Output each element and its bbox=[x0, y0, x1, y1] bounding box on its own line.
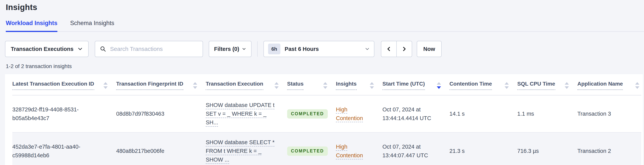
insights-table-card: Latest Transaction Execution ID Transact… bbox=[5, 74, 643, 165]
results-summary: 1-2 of 2 transaction insights bbox=[6, 63, 72, 69]
column-header-sql-cpu-time[interactable]: SQL CPU Time bbox=[517, 81, 555, 90]
sort-toggle[interactable] bbox=[370, 82, 374, 89]
execution-id-cell: 328729d2-ff19-4408-8531-b05a5b4e43c7 bbox=[12, 95, 116, 132]
column-header-transaction-fingerprint-id[interactable]: Transaction Fingerprint ID bbox=[116, 81, 183, 90]
chevron-down-icon bbox=[365, 47, 370, 52]
chevron-down-icon bbox=[78, 46, 83, 52]
time-range-label: Past 6 Hours bbox=[285, 46, 360, 52]
toolbar: Transaction Executions Filters (0) 6h Pa… bbox=[5, 41, 442, 57]
insights-page: Insights Workload Insights Schema Insigh… bbox=[0, 0, 644, 165]
sort-toggle[interactable] bbox=[104, 82, 108, 89]
sort-toggle[interactable] bbox=[274, 82, 279, 89]
application-name-cell: Transaction 3 bbox=[577, 95, 641, 132]
insight-high-contention-link[interactable]: High Contention bbox=[336, 105, 368, 123]
tab-schema-insights[interactable]: Schema Insights bbox=[70, 20, 114, 31]
column-header-latest-transaction-execution-id[interactable]: Latest Transaction Execution ID bbox=[12, 81, 94, 90]
time-range-shortcut-badge: 6h bbox=[268, 44, 280, 54]
column-header-transaction-execution[interactable]: Transaction Execution bbox=[206, 81, 263, 90]
time-range-arrows bbox=[381, 41, 412, 57]
sort-toggle[interactable] bbox=[504, 82, 509, 89]
execution-type-dropdown[interactable]: Transaction Executions bbox=[5, 41, 88, 57]
sort-toggle[interactable] bbox=[635, 82, 640, 89]
insight-high-contention-link[interactable]: High Contention bbox=[336, 142, 368, 160]
search-box[interactable] bbox=[95, 41, 203, 57]
contention-time-cell: 21.3 s bbox=[450, 132, 517, 165]
sort-toggle[interactable] bbox=[565, 82, 569, 89]
page-title: Insights bbox=[6, 3, 37, 12]
time-range-picker[interactable]: 6h Past 6 Hours bbox=[264, 41, 374, 57]
search-icon bbox=[100, 46, 106, 52]
column-header-start-time[interactable]: Start Time (UTC) bbox=[382, 81, 425, 90]
sql-cpu-time-cell: 1.1 ms bbox=[517, 95, 577, 132]
sql-cpu-time-cell: 716.3 µs bbox=[517, 132, 577, 165]
table-header-row: Latest Transaction Execution ID Transact… bbox=[12, 74, 641, 95]
status-badge: COMPLETED bbox=[287, 109, 328, 118]
transaction-execution-link[interactable]: SHOW database UPDATE t SET v = _ WHERE k… bbox=[206, 101, 275, 127]
column-header-status[interactable]: Status bbox=[287, 81, 304, 90]
start-time-cell: Oct 07, 2024 at 13:44:14.4414 UTC bbox=[382, 105, 441, 123]
status-badge: COMPLETED bbox=[287, 146, 328, 156]
table-row: 328729d2-ff19-4408-8531-b05a5b4e43c7 08d… bbox=[12, 95, 641, 132]
fingerprint-id-cell: 08d8b7d97f830463 bbox=[116, 95, 206, 132]
application-name-cell: Transaction 2 bbox=[577, 132, 641, 165]
tab-workload-insights[interactable]: Workload Insights bbox=[6, 20, 58, 32]
insights-table: Latest Transaction Execution ID Transact… bbox=[12, 74, 641, 165]
filters-button[interactable]: Filters (0) bbox=[209, 41, 252, 57]
contention-time-cell: 14.1 s bbox=[450, 95, 517, 132]
fingerprint-id-cell: 480a8b217be006fe bbox=[116, 132, 206, 165]
search-input[interactable] bbox=[110, 46, 198, 52]
column-header-insights[interactable]: Insights bbox=[336, 81, 356, 90]
sort-desc-active-icon bbox=[437, 86, 441, 89]
execution-id-cell: 452da3e7-e7fa-4801-aa40-c59988d14eb6 bbox=[12, 132, 116, 165]
column-header-contention-time[interactable]: Contention Time bbox=[450, 81, 492, 90]
toolbar-divider bbox=[257, 41, 258, 57]
sort-toggle[interactable] bbox=[323, 82, 328, 89]
table-row: 452da3e7-e7fa-4801-aa40-c59988d14eb6 480… bbox=[12, 132, 641, 165]
sort-toggle-active[interactable] bbox=[437, 82, 441, 89]
chevron-left-icon bbox=[386, 46, 392, 52]
column-header-application-name[interactable]: Application Name bbox=[577, 81, 623, 90]
time-range-next-button[interactable] bbox=[396, 41, 412, 57]
start-time-cell: Oct 07, 2024 at 13:44:07.447 UTC bbox=[382, 142, 441, 160]
time-range-prev-button[interactable] bbox=[381, 41, 397, 57]
chevron-down-icon bbox=[242, 47, 246, 51]
filters-button-label: Filters (0) bbox=[214, 46, 240, 52]
sort-toggle[interactable] bbox=[193, 82, 197, 89]
tab-bar: Workload Insights Schema Insights bbox=[6, 20, 644, 32]
transaction-execution-link[interactable]: SHOW database SELECT * FROM t WHERE k = … bbox=[206, 138, 275, 164]
now-button[interactable]: Now bbox=[417, 41, 442, 57]
execution-type-dropdown-label: Transaction Executions bbox=[11, 46, 74, 52]
chevron-right-icon bbox=[401, 46, 407, 52]
